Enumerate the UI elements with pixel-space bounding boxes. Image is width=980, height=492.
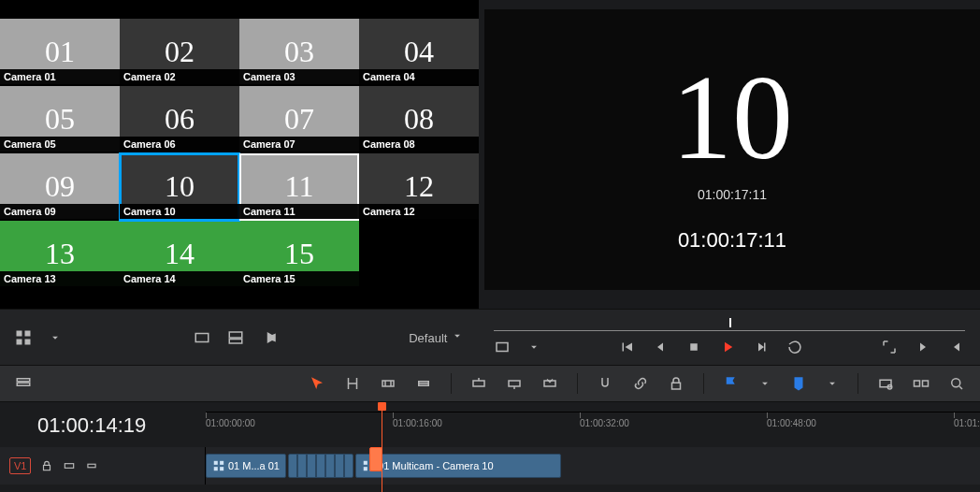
multicam-angle-01[interactable]: 01Camera 0101:00:17:10	[0, 19, 120, 86]
multicam-angle-03[interactable]: 03Camera 0301:00:17:10	[239, 19, 359, 86]
angle-label: Camera 04	[359, 69, 479, 84]
angle-label: Camera 12	[359, 204, 479, 219]
marker-icon[interactable]	[790, 375, 807, 392]
svg-rect-31	[364, 467, 368, 470]
svg-rect-29	[364, 461, 368, 465]
ruler-tick: 01:00:16:00	[393, 418, 442, 428]
timeline-clip[interactable]	[288, 454, 353, 478]
multicam-angle-08[interactable]: 08Camera 08	[359, 86, 479, 153]
audio-switch-icon[interactable]	[261, 329, 278, 346]
video-track: V1 01 M...a 01 01 Multicam - Camera 10	[0, 447, 980, 485]
svg-rect-8	[690, 343, 698, 351]
svg-rect-13	[473, 381, 484, 386]
angle-number: 14	[165, 237, 195, 271]
angle-number: 03	[284, 35, 314, 69]
angle-label: Camera 11	[239, 204, 359, 219]
svg-point-21	[952, 379, 960, 387]
match-frame-icon[interactable]	[494, 339, 511, 355]
snap-icon[interactable]	[597, 375, 613, 392]
angle-label: Camera 08	[359, 137, 479, 152]
go-start-icon[interactable]	[618, 339, 635, 355]
track-enable-icon[interactable]	[85, 459, 98, 472]
multicam-angle-05[interactable]: 05Camera 0501:00:17:10	[0, 86, 120, 153]
program-scrub-bar[interactable]	[494, 320, 965, 331]
multicam-view-icon[interactable]	[15, 329, 32, 346]
multicam-angle-12[interactable]: 12Camera 12	[359, 153, 479, 221]
multicam-angle-15[interactable]: 15Camera 15	[239, 221, 359, 288]
selection-tool-icon[interactable]	[309, 375, 325, 392]
program-viewer: 10 01:00:17:11 01:00:17:11	[484, 9, 980, 290]
av-switch-icon[interactable]	[227, 329, 244, 346]
angle-number: 07	[284, 102, 314, 137]
svg-rect-17	[880, 380, 891, 387]
lock-icon[interactable]	[668, 375, 685, 392]
svg-rect-28	[220, 467, 223, 470]
timeline-clip[interactable]: 01 M...a 01	[206, 454, 286, 478]
angle-sort-dropdown[interactable]: Default	[409, 329, 464, 345]
chevron-down-icon[interactable]	[826, 377, 839, 390]
step-back-icon[interactable]	[652, 339, 669, 355]
multicam-angle-02[interactable]: 02Camera 0201:00:17:10	[120, 19, 239, 86]
multicam-angle-13[interactable]: 13Camera 13	[0, 221, 120, 288]
stop-icon[interactable]	[685, 339, 702, 355]
angle-label: Camera 07	[239, 137, 359, 152]
svg-rect-6	[229, 339, 242, 343]
link-icon[interactable]	[632, 375, 649, 392]
angle-number: 11	[285, 169, 314, 204]
prev-clip-icon[interactable]	[948, 339, 965, 355]
lock-icon[interactable]	[40, 459, 53, 472]
chevron-down-icon[interactable]	[49, 331, 62, 344]
multicam-angle-06[interactable]: 06Camera 0601:00:17:10	[120, 86, 239, 153]
search-icon[interactable]	[948, 375, 965, 392]
angle-label: Camera 03	[239, 69, 359, 84]
angle-label: Camera 13	[0, 271, 120, 286]
svg-rect-9	[17, 379, 30, 382]
svg-rect-24	[88, 464, 95, 468]
multicam-angle-04[interactable]: 04Camera 04	[359, 19, 479, 86]
angle-label: Camera 15	[239, 271, 359, 286]
chevron-down-icon[interactable]	[527, 340, 540, 354]
angle-label: Camera 06	[120, 137, 239, 152]
zoom-to-fit-icon[interactable]	[877, 375, 894, 392]
trim-tool-icon[interactable]	[344, 375, 361, 392]
angle-label: Camera 05	[0, 137, 120, 152]
blade-tool-icon[interactable]	[415, 375, 432, 392]
video-switch-icon[interactable]	[194, 329, 210, 346]
angle-label: Camera 14	[120, 271, 239, 286]
stacked-timeline-icon[interactable]	[15, 375, 32, 392]
loop-icon[interactable]	[786, 339, 803, 355]
detail-zoom-icon[interactable]	[913, 375, 930, 392]
svg-rect-1	[25, 330, 31, 336]
playhead-clip-indicator	[369, 447, 382, 471]
auto-select-icon[interactable]	[63, 459, 76, 472]
overwrite-clip-icon[interactable]	[506, 375, 523, 392]
ruler-tick: 01:01:04:	[954, 418, 980, 428]
multicam-angle-07[interactable]: 07Camera 0701:00:17:10	[239, 86, 359, 153]
ruler-tick: 01:00:00:00	[206, 418, 255, 428]
timeline-timecode[interactable]: 01:00:14:19	[37, 413, 146, 438]
chevron-down-icon[interactable]	[758, 377, 771, 390]
timeline-clip[interactable]: 01 Multicam - Camera 10	[355, 454, 561, 478]
ruler-tick: 01:00:32:00	[580, 418, 629, 428]
angle-number: 09	[45, 169, 75, 204]
insert-clip-icon[interactable]	[470, 375, 487, 392]
angle-number: 04	[404, 35, 434, 69]
angle-label: Camera 10	[120, 204, 239, 219]
multicam-angle-09[interactable]: 09Camera 09	[0, 153, 120, 221]
multicam-clip-icon	[212, 459, 225, 472]
angle-number: 05	[45, 102, 75, 137]
fullscreen-icon[interactable]	[881, 339, 898, 355]
replace-clip-icon[interactable]	[541, 375, 558, 392]
timeline-ruler[interactable]: 01:00:00:0001:00:16:0001:00:32:0001:00:4…	[206, 412, 980, 440]
multicam-angle-11[interactable]: 11Camera 11	[239, 153, 359, 221]
track-selector-v1[interactable]: V1	[9, 457, 31, 474]
angle-number: 06	[165, 102, 195, 137]
multicam-angle-14[interactable]: 14Camera 14	[120, 221, 239, 288]
play-icon[interactable]	[719, 339, 736, 355]
multicam-angle-10[interactable]: 10Camera 10	[120, 153, 239, 221]
angle-number: 13	[45, 237, 75, 271]
step-fwd-icon[interactable]	[753, 339, 770, 355]
next-clip-icon[interactable]	[915, 339, 931, 355]
dynamic-trim-icon[interactable]	[380, 375, 396, 392]
flag-icon[interactable]	[723, 375, 740, 392]
